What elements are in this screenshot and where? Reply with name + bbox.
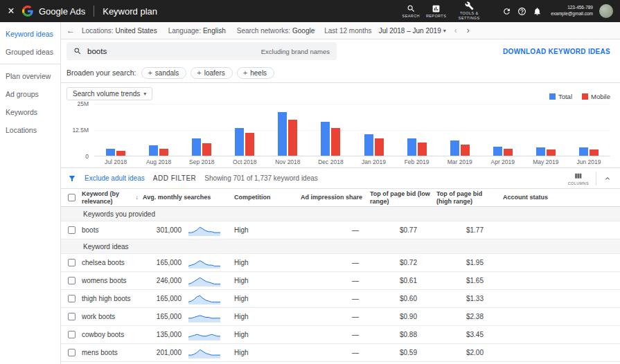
table-header: Keyword (by relevance) ↓ Avg. monthly se…: [61, 189, 620, 207]
sidebar-item-keywords[interactable]: Keywords: [0, 103, 60, 121]
prev-period-button[interactable]: ‹: [453, 26, 459, 35]
setting-item[interactable]: Language:English: [168, 27, 226, 35]
chart-month-label: Jan 2019: [352, 158, 395, 165]
broaden-chip-sandals[interactable]: +sandals: [141, 67, 186, 79]
chart-section: Search volume trends ▾ TotalMobile 25M 1…: [61, 83, 620, 168]
bar-mobile: [116, 151, 125, 156]
tools-settings-nav-label: TOOLS & SETTINGS: [452, 11, 486, 21]
chip-label: loafers: [204, 69, 225, 77]
header-ad-impression-share[interactable]: Ad impression share: [301, 194, 370, 201]
row-checkbox[interactable]: [68, 331, 76, 338]
table-row[interactable]: cowboy boots135,000High—$0.88$3.45: [61, 326, 620, 344]
collapse-chevron-icon[interactable]: [603, 174, 612, 183]
broaden-chip-heels[interactable]: +heels: [237, 67, 274, 79]
search-nav-button[interactable]: SEARCH: [402, 4, 420, 19]
brand-title: Google Ads: [39, 6, 85, 17]
select-all-checkbox[interactable]: [68, 194, 76, 201]
add-filter-button[interactable]: ADD FILTER: [153, 174, 197, 182]
row-checkbox[interactable]: [68, 277, 76, 284]
broaden-chips: +sandals+loafers+heels: [141, 67, 274, 79]
table-row[interactable]: work boots165,000High—$0.90$2.38: [61, 308, 620, 326]
avatar[interactable]: [599, 4, 613, 18]
table-row[interactable]: thigh high boots165,000High—$0.60$1.33: [61, 290, 620, 308]
table-row[interactable]: boots301,000High—$0.77$1.77: [61, 221, 620, 239]
competition-cell: High: [234, 259, 301, 266]
search-icon: [407, 4, 416, 13]
row-checkbox[interactable]: [68, 313, 76, 320]
avg-searches-cell: 201,000: [143, 347, 234, 358]
ad-impression-share-cell: —: [301, 226, 370, 234]
date-range-selector[interactable]: Jul 2018 – Jun 2019 ▾: [379, 27, 446, 35]
chart-month-label: Aug 2018: [137, 158, 180, 165]
avg-searches-cell: 246,000: [143, 275, 234, 286]
header-top-bid-low[interactable]: Top of page bid (low range): [370, 190, 436, 206]
sidebar-item-plan-overview[interactable]: Plan overview: [0, 67, 60, 85]
row-checkbox[interactable]: [68, 295, 76, 302]
avg-searches-value: 246,000: [143, 277, 181, 284]
bar-total: [493, 147, 502, 156]
chart-month-label: Dec 2018: [309, 158, 352, 165]
close-icon[interactable]: ×: [6, 6, 17, 17]
setting-label: Language:: [168, 27, 201, 35]
chart-month-jan-2019: [352, 104, 395, 156]
download-keyword-ideas-link[interactable]: DOWNLOAD KEYWORD IDEAS: [503, 48, 610, 55]
table-row[interactable]: womens boots246,000High—$0.61$1.65: [61, 272, 620, 290]
topbar-divider: [94, 6, 94, 17]
chart-month-label: Nov 2018: [266, 158, 309, 165]
chart-title: Search volume trends: [73, 90, 140, 98]
avg-searches-cell: 135,000: [143, 329, 234, 340]
table-section-row: Keyword ideas: [61, 239, 620, 254]
avg-searches-value: 165,000: [143, 259, 181, 266]
header-keyword[interactable]: Keyword (by relevance) ↓: [82, 190, 143, 206]
setting-item[interactable]: Locations:United States: [82, 27, 157, 35]
help-button[interactable]: [517, 7, 526, 16]
reports-nav-button[interactable]: REPORTS: [426, 4, 446, 19]
row-checkbox[interactable]: [68, 226, 76, 234]
row-checkbox[interactable]: [68, 349, 76, 356]
columns-button[interactable]: COLUMNS: [568, 172, 589, 185]
sidebar-item-keyword-ideas[interactable]: Keyword ideas: [0, 25, 60, 43]
header-avg-monthly-searches[interactable]: Avg. monthly searches: [143, 194, 234, 201]
sidebar-item-grouped-ideas[interactable]: Grouped ideas: [0, 43, 60, 61]
legend-label: Total: [558, 93, 572, 100]
table-row[interactable]: chelsea boots165,000High—$0.72$1.95: [61, 254, 620, 272]
header-top-bid-high[interactable]: Top of page bid (high range): [436, 190, 503, 206]
wrench-icon: [465, 1, 474, 10]
bar-mobile: [159, 149, 168, 156]
chart-month-sep-2018: [180, 104, 223, 156]
legend-item-mobile[interactable]: Mobile: [582, 93, 610, 100]
tools-settings-nav-button[interactable]: TOOLS & SETTINGS: [452, 1, 486, 21]
bar-total: [278, 112, 287, 156]
next-period-button[interactable]: ›: [466, 26, 471, 35]
keyword-cell: thigh high boots: [82, 295, 143, 302]
broaden-chip-loafers[interactable]: +loafers: [191, 67, 232, 79]
avg-searches-cell: 301,000: [143, 225, 234, 236]
setting-item[interactable]: Search networks:Google: [237, 27, 315, 35]
chart-month-jun-2019: [567, 104, 610, 156]
header-account-status[interactable]: Account status: [503, 194, 620, 201]
legend-item-total[interactable]: Total: [549, 93, 572, 100]
chip-label: heels: [250, 69, 267, 77]
refresh-button[interactable]: [502, 7, 511, 16]
trend-sparkline: [188, 347, 220, 358]
back-arrow-icon[interactable]: ←: [67, 26, 75, 35]
chevron-down-icon: ▾: [143, 91, 146, 97]
row-checkbox[interactable]: [68, 259, 76, 266]
sidebar-item-ad-groups[interactable]: Ad groups: [0, 85, 60, 103]
columns-label: COLUMNS: [568, 181, 589, 185]
keyword-search-input[interactable]: boots Excluding brand names: [67, 42, 337, 60]
avg-searches-cell: 165,000: [143, 293, 234, 304]
bid-high-cell: $3.45: [436, 331, 503, 338]
keyword-cell: work boots: [82, 313, 143, 320]
sidebar-item-locations[interactable]: Locations: [0, 121, 60, 139]
chart-month-apr-2019: [481, 104, 524, 156]
chart-type-selector[interactable]: Search volume trends ▾: [67, 87, 152, 100]
competition-cell: High: [234, 277, 301, 284]
header-competition[interactable]: Competition: [234, 194, 301, 201]
chart-month-nov-2018: [266, 104, 309, 156]
filter-funnel-icon: [68, 174, 76, 183]
table-row[interactable]: mens boots201,000High—$0.59$2.00: [61, 344, 620, 362]
page-title: Keyword plan: [103, 6, 157, 17]
notifications-bell-button[interactable]: [533, 7, 542, 16]
exclude-adult-ideas-filter[interactable]: Exclude adult ideas: [85, 174, 145, 182]
